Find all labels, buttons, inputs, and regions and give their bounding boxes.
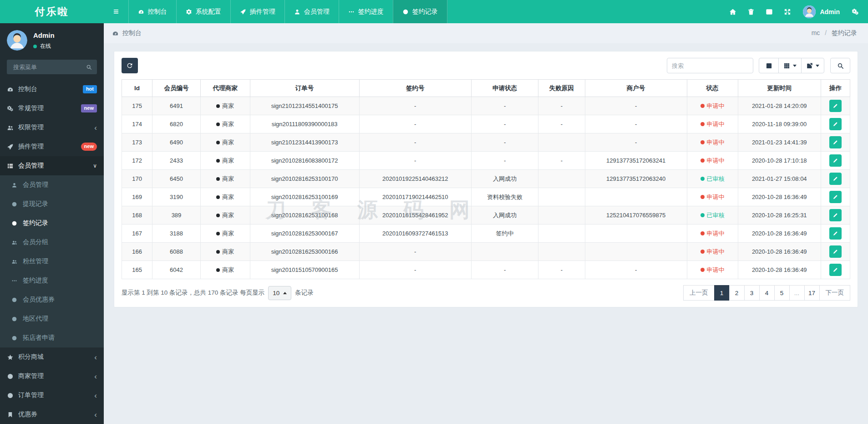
toggle-view-button[interactable] — [759, 58, 779, 73]
columns-button[interactable] — [778, 58, 802, 73]
status-dot-icon — [700, 268, 705, 272]
column-header: 订单号 — [250, 80, 359, 97]
sidebar-item-console[interactable]: 控制台hot — [0, 80, 104, 99]
cell-agent: 商家 — [200, 97, 250, 115]
column-header: Id — [122, 80, 152, 97]
search-button[interactable] — [830, 58, 850, 73]
cell-app-status: 签约中 — [471, 225, 538, 243]
cell-agent: 商家 — [200, 225, 250, 243]
top-tab-console[interactable]: 控制台 — [128, 0, 176, 23]
chevron-left-icon: ‹ — [94, 353, 97, 361]
page-3[interactable]: 3 — [744, 285, 760, 301]
dashboard-icon — [7, 86, 13, 92]
agent-dot-icon — [216, 141, 220, 144]
sidebar-item-sign-progress[interactable]: 签约进度 — [0, 271, 104, 290]
status-dot-icon — [700, 158, 705, 163]
column-header: 失败原因 — [538, 80, 585, 97]
sidebar-item-withdraw-records[interactable]: 提现记录 — [0, 194, 104, 214]
topbar-right-icons — [724, 8, 797, 15]
edit-button[interactable] — [829, 264, 842, 276]
sidebar-item-member-coupons[interactable]: 会员优惠券 — [0, 290, 104, 309]
sidebar: Admin 在线 控制台hot常规管理new权限管理‹插件管理new会员管理∨会… — [0, 23, 104, 424]
sidebar-item-region-agents[interactable]: 地区代理 — [0, 309, 104, 328]
sidebar-search-input[interactable] — [12, 63, 82, 71]
cell-order: sign20111809390000183 — [250, 115, 359, 133]
sidebar-item-orders[interactable]: 订单管理‹ — [0, 386, 104, 405]
chevron-left-icon: ‹ — [94, 124, 97, 132]
column-header: 商户号 — [585, 80, 687, 97]
cell-actions — [821, 115, 850, 133]
sidebar-user-name: Admin — [33, 31, 55, 39]
sidebar-item-general[interactable]: 常规管理new — [0, 99, 104, 118]
page-1[interactable]: 1 — [714, 285, 730, 301]
page-size-select[interactable]: 10 — [268, 286, 291, 300]
cell-agent: 商家 — [200, 152, 250, 170]
top-tab-sign-records[interactable]: 签约记录 — [393, 0, 447, 23]
page-2[interactable]: 2 — [729, 285, 745, 301]
circle-icon — [11, 220, 18, 226]
settings-icon[interactable] — [846, 8, 864, 15]
trash-icon[interactable] — [742, 8, 760, 15]
users-icon — [7, 124, 13, 131]
sidebar-item-merchants[interactable]: 商家管理‹ — [0, 367, 104, 386]
search-icon[interactable] — [82, 61, 95, 73]
refresh-button[interactable] — [122, 58, 138, 73]
top-tab-system-config[interactable]: 系统配置 — [176, 0, 230, 23]
sidebar-item-plugins[interactable]: 插件管理new — [0, 137, 104, 156]
edit-button[interactable] — [829, 118, 842, 130]
cell-updated: 2020-10-28 17:10:18 — [738, 152, 821, 170]
sidebar-item-shop-applications[interactable]: 拓店者申请 — [0, 328, 104, 347]
cell-member: 6491 — [152, 97, 201, 115]
edit-button[interactable] — [829, 154, 842, 167]
sidebar-item-sign-records[interactable]: 签约记录 — [0, 214, 104, 233]
sidebar-item-coupons[interactable]: 优惠券‹ — [0, 405, 104, 424]
sidebar-item-member-list[interactable]: 会员管理 — [0, 175, 104, 194]
page-17[interactable]: 17 — [804, 285, 820, 301]
top-tab-sign-progress[interactable]: 签约进度 — [339, 0, 393, 23]
sidebar-item-member-groups[interactable]: 会员分组 — [0, 233, 104, 252]
edit-button[interactable] — [829, 227, 842, 240]
page-ellipsis[interactable]: ... — [789, 285, 805, 301]
sidebar-item-members[interactable]: 会员管理∨ — [0, 156, 104, 175]
export-button[interactable] — [801, 58, 824, 73]
cell-id: 172 — [122, 152, 152, 170]
sidebar-item-fans[interactable]: 粉丝管理 — [0, 252, 104, 271]
cell-merchant — [585, 225, 687, 243]
home-icon[interactable] — [724, 8, 742, 15]
cell-fail-reason: - — [538, 97, 585, 115]
breadcrumb-console-link[interactable]: 控制台 — [112, 29, 142, 37]
rocket-icon — [240, 9, 246, 15]
user-menu[interactable]: Admin — [797, 5, 846, 18]
cell-app-status: 入网成功 — [471, 170, 538, 188]
person-icon — [11, 182, 18, 188]
top-tab-members[interactable]: 会员管理 — [284, 0, 339, 23]
top-tab-plugins[interactable]: 插件管理 — [230, 0, 284, 23]
sidebar-item-points-mall[interactable]: 积分商城‹ — [0, 347, 104, 367]
page-5[interactable]: 5 — [774, 285, 790, 301]
cell-status: 申请中 — [687, 188, 738, 206]
cell-actions — [821, 133, 850, 152]
cell-order: sign20102816253000166 — [250, 243, 359, 261]
edit-button[interactable] — [829, 191, 842, 203]
sidebar-item-permissions[interactable]: 权限管理‹ — [0, 118, 104, 137]
avatar — [803, 5, 816, 18]
cell-app-status: 资料校验失败 — [471, 188, 538, 206]
edit-button[interactable] — [829, 136, 842, 148]
page-4[interactable]: 4 — [759, 285, 775, 301]
edit-button[interactable] — [829, 173, 842, 185]
edit-button[interactable] — [829, 100, 842, 112]
dashboard-icon — [112, 30, 119, 37]
table-search-input[interactable] — [667, 58, 753, 73]
edit-button[interactable] — [829, 245, 842, 258]
edit-button[interactable] — [829, 209, 842, 221]
ellipsis-icon — [348, 9, 355, 15]
image-icon[interactable] — [760, 8, 778, 15]
cell-id: 165 — [122, 261, 152, 279]
expand-icon[interactable] — [778, 8, 797, 15]
page-next[interactable]: 下一页 — [819, 285, 851, 301]
status-dot-icon — [700, 250, 705, 254]
toolbar-button-group — [759, 58, 824, 73]
page-prev[interactable]: 上一页 — [683, 285, 715, 301]
sidebar-toggle-icon[interactable]: ≡ — [104, 0, 128, 23]
cell-sign: - — [359, 133, 471, 152]
